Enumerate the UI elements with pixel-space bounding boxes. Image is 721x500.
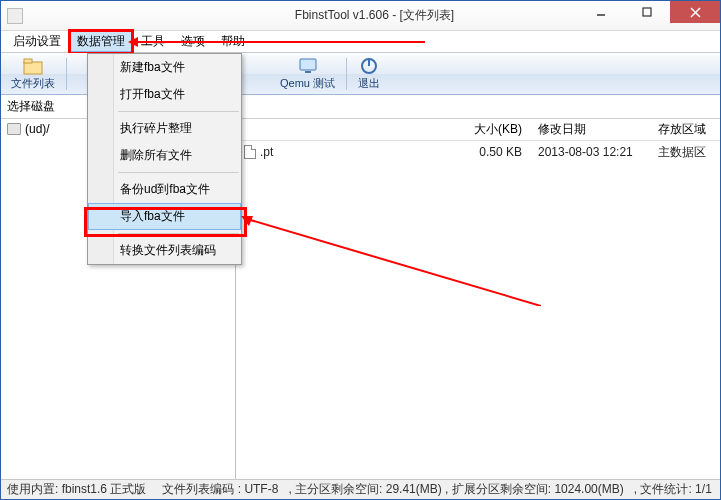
status-space: , 主分区剩余空间: 29.41(MB) , 扩展分区剩余空间: 1024.00… [288, 481, 623, 498]
annotation-arrow-diagonal [241, 216, 541, 306]
svg-rect-5 [24, 59, 32, 63]
status-encoding: 文件列表编码 : UTF-8 [162, 481, 278, 498]
file-list-header: 大小(KB) 修改日期 存放区域 [236, 119, 720, 141]
toolbar-exit-button[interactable]: 退出 [352, 55, 386, 93]
menu-new-fba[interactable]: 新建fba文件 [88, 54, 241, 81]
status-engine: 使用内置: fbinst1.6 正式版 [7, 481, 146, 498]
svg-rect-6 [300, 59, 316, 70]
annotation-arrow-top-head [128, 37, 138, 47]
svg-line-10 [247, 219, 541, 306]
menu-convert-encoding[interactable]: 转换文件列表编码 [88, 237, 241, 264]
toolbar-file-list-button[interactable]: 文件列表 [5, 55, 61, 93]
menu-defrag[interactable]: 执行碎片整理 [88, 115, 241, 142]
menu-startup-settings[interactable]: 启动设置 [5, 31, 69, 52]
col-area-header[interactable]: 存放区域 [650, 121, 720, 138]
cell-name: .pt [236, 145, 450, 159]
toolbar-qemu-label: Qemu 测试 [280, 76, 335, 91]
app-icon [7, 8, 23, 24]
toolbar-qemu-button[interactable]: Qemu 测试 [274, 55, 341, 93]
menu-open-fba[interactable]: 打开fba文件 [88, 81, 241, 108]
maximize-button[interactable] [624, 1, 670, 23]
tree-root-label: (ud)/ [25, 122, 50, 136]
file-list-icon [23, 57, 43, 75]
toolbar-exit-label: 退出 [358, 76, 380, 91]
drive-icon [7, 123, 21, 135]
minimize-button[interactable] [578, 1, 624, 23]
svg-rect-1 [643, 8, 651, 16]
exit-icon [359, 57, 379, 75]
menu-backup-ud[interactable]: 备份ud到fba文件 [88, 176, 241, 203]
table-row[interactable]: .pt 0.50 KB 2013-08-03 12:21 主数据区 [236, 141, 720, 163]
cell-date: 2013-08-03 12:21 [530, 145, 650, 159]
titlebar: FbinstTool v1.606 - [文件列表] [1, 1, 720, 31]
menu-import-fba[interactable]: 导入fba文件 [88, 203, 241, 230]
close-button[interactable] [670, 1, 720, 23]
toolbar-separator [346, 58, 347, 90]
annotation-arrow-top [135, 41, 425, 43]
statusbar: 使用内置: fbinst1.6 正式版 文件列表编码 : UTF-8 , 主分区… [1, 479, 720, 499]
menu-delete-all[interactable]: 删除所有文件 [88, 142, 241, 169]
dropdown-separator [118, 233, 239, 234]
status-count: , 文件统计: 1/1 [634, 481, 712, 498]
cell-size: 0.50 KB [450, 145, 530, 159]
data-management-dropdown: 新建fba文件 打开fba文件 执行碎片整理 删除所有文件 备份ud到fba文件… [87, 53, 242, 265]
dropdown-separator [118, 111, 239, 112]
toolbar-separator [66, 58, 67, 90]
svg-rect-7 [305, 71, 311, 73]
dropdown-separator [118, 172, 239, 173]
col-date-header[interactable]: 修改日期 [530, 121, 650, 138]
cell-area: 主数据区 [650, 144, 720, 161]
cell-name-text: .pt [260, 145, 273, 159]
menu-data-management[interactable]: 数据管理 [69, 31, 133, 52]
col-size-header[interactable]: 大小(KB) [450, 121, 530, 138]
svg-rect-4 [24, 62, 42, 74]
toolbar-file-list-label: 文件列表 [11, 76, 55, 91]
disk-selector-label: 选择磁盘 [7, 98, 55, 115]
monitor-icon [298, 57, 318, 75]
file-icon [244, 145, 256, 159]
